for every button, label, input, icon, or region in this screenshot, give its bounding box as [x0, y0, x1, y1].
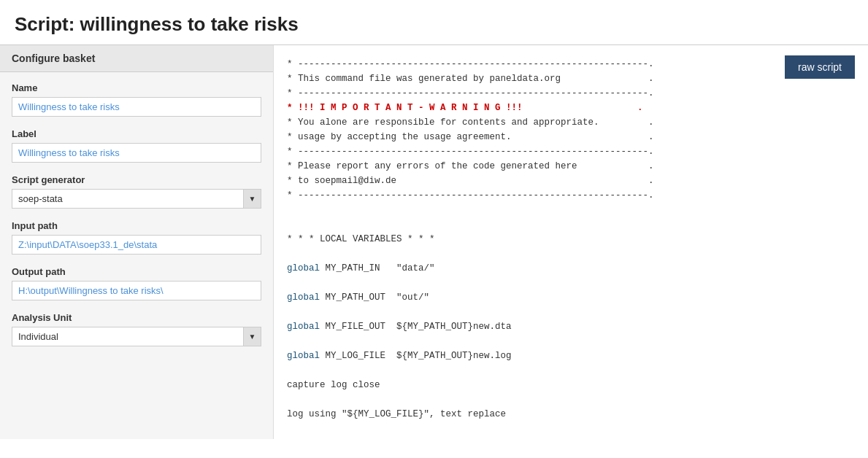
sidebar-header: Configure basket: [0, 45, 273, 72]
analysis-unit-value: Individual: [12, 327, 243, 346]
content-area: raw script * ---------------------------…: [274, 45, 868, 439]
output-path-label: Output path: [12, 266, 261, 277]
raw-script-button[interactable]: raw script: [785, 55, 855, 79]
main-layout: Configure basket Name Label Script gener…: [0, 45, 868, 439]
name-input[interactable]: [12, 97, 261, 117]
script-output: * --------------------------------------…: [274, 45, 868, 439]
analysis-unit-select[interactable]: Individual ▼: [12, 327, 261, 346]
page-title: Script: willingness to take risks: [0, 0, 868, 45]
name-field-group: Name: [12, 82, 261, 117]
analysis-unit-arrow-icon[interactable]: ▼: [243, 327, 261, 346]
label-label: Label: [12, 128, 261, 139]
label-field-group: Label: [12, 128, 261, 163]
sidebar-body: Name Label Script generator soep-stata ▼…: [0, 72, 273, 368]
input-path-label: Input path: [12, 220, 261, 231]
label-input[interactable]: [12, 143, 261, 163]
analysis-unit-group: Analysis Unit Individual ▼: [12, 312, 261, 346]
output-path-input[interactable]: [12, 281, 261, 300]
script-generator-label: Script generator: [12, 174, 261, 185]
sidebar: Configure basket Name Label Script gener…: [0, 45, 274, 439]
script-generator-arrow-icon[interactable]: ▼: [243, 190, 261, 208]
script-generator-value: soep-stata: [12, 190, 243, 208]
name-label: Name: [12, 82, 261, 93]
input-path-input[interactable]: [12, 235, 261, 255]
script-generator-select[interactable]: soep-stata ▼: [12, 189, 261, 209]
analysis-unit-label: Analysis Unit: [12, 312, 261, 323]
output-path-group: Output path: [12, 266, 261, 300]
script-generator-group: Script generator soep-stata ▼: [12, 174, 261, 209]
input-path-group: Input path: [12, 220, 261, 255]
